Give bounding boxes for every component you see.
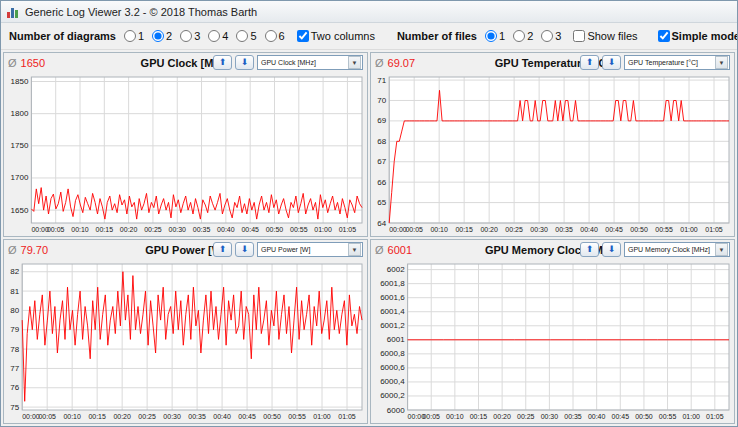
svg-text:00:20: 00:20 bbox=[120, 226, 138, 233]
average-number: 69.07 bbox=[388, 57, 416, 69]
svg-text:00:35: 00:35 bbox=[564, 413, 582, 420]
chart-plot: 757677787980818200:0000:0500:1000:1500:2… bbox=[6, 259, 369, 423]
chart-plot-area: 646566676869707100:0000:0500:1000:1500:2… bbox=[371, 72, 734, 236]
svg-text:00:55: 00:55 bbox=[288, 413, 306, 420]
average-number: 1650 bbox=[21, 57, 45, 69]
average-number: 79.70 bbox=[21, 244, 49, 256]
svg-text:01:05: 01:05 bbox=[338, 413, 356, 420]
channel-dropdown[interactable]: GPU Memory Clock [MHz]▼ bbox=[624, 242, 730, 257]
svg-text:6000: 6000 bbox=[387, 406, 405, 415]
svg-text:00:05: 00:05 bbox=[47, 226, 65, 233]
window-title: Generic Log Viewer 3.2 - © 2018 Thomas B… bbox=[25, 6, 257, 18]
svg-text:65: 65 bbox=[377, 198, 386, 207]
down-arrow-icon: ⬇ bbox=[241, 245, 249, 254]
channel-dropdown[interactable]: GPU Power [W]▼ bbox=[257, 242, 363, 257]
svg-text:75: 75 bbox=[10, 403, 19, 412]
show-files-checkbox-input[interactable] bbox=[573, 30, 585, 42]
average-value: Ø1650 bbox=[8, 57, 45, 69]
average-value: Ø6001 bbox=[375, 244, 412, 256]
header-controls: ⬆ ⬇ GPU Memory Clock [MHz]▼ bbox=[580, 242, 730, 257]
svg-text:00:15: 00:15 bbox=[470, 413, 488, 420]
move-down-button[interactable]: ⬇ bbox=[235, 242, 254, 257]
files-radio-1[interactable]: 1 bbox=[481, 30, 505, 42]
average-number: 6001 bbox=[388, 244, 412, 256]
svg-text:01:05: 01:05 bbox=[705, 226, 723, 233]
svg-text:00:10: 00:10 bbox=[63, 413, 81, 420]
svg-text:00:20: 00:20 bbox=[113, 413, 131, 420]
move-down-button[interactable]: ⬇ bbox=[235, 55, 254, 70]
chart-plot-area: 60006000,26000,46000,66000,860016001,260… bbox=[371, 259, 734, 423]
diagrams-radio-input-6[interactable] bbox=[265, 30, 277, 42]
down-arrow-icon: ⬇ bbox=[241, 58, 249, 67]
diagrams-radio-6[interactable]: 6 bbox=[261, 30, 285, 42]
show-files-checkbox[interactable]: Show files bbox=[569, 30, 637, 42]
svg-text:6000,4: 6000,4 bbox=[380, 377, 405, 386]
move-up-button[interactable]: ⬆ bbox=[580, 55, 599, 70]
svg-text:00:05: 00:05 bbox=[38, 413, 56, 420]
channel-dropdown[interactable]: GPU Clock [MHz]▼ bbox=[257, 55, 363, 70]
svg-text:76: 76 bbox=[10, 383, 19, 392]
files-radio-input-1[interactable] bbox=[485, 30, 497, 42]
svg-text:00:45: 00:45 bbox=[238, 413, 256, 420]
header-controls: ⬆ ⬇ GPU Clock [MHz]▼ bbox=[213, 55, 363, 70]
diagrams-radio-1[interactable]: 1 bbox=[120, 30, 144, 42]
channel-dropdown-value: GPU Memory Clock [MHz] bbox=[628, 246, 710, 253]
chart-plot: 1650170017501800185000:0000:0500:1000:15… bbox=[6, 72, 369, 236]
svg-text:68: 68 bbox=[377, 137, 386, 146]
diagrams-radio-4[interactable]: 4 bbox=[204, 30, 228, 42]
chart-plot-area: 1650170017501800185000:0000:0500:1000:15… bbox=[4, 72, 367, 236]
svg-text:00:15: 00:15 bbox=[88, 413, 106, 420]
channel-dropdown[interactable]: GPU Temperature [°C]▼ bbox=[624, 55, 730, 70]
move-up-button[interactable]: ⬆ bbox=[213, 242, 232, 257]
files-radio-3[interactable]: 3 bbox=[537, 30, 561, 42]
svg-text:00:10: 00:10 bbox=[446, 413, 464, 420]
svg-text:1650: 1650 bbox=[11, 206, 29, 215]
two-columns-checkbox[interactable]: Two columns bbox=[293, 30, 375, 42]
diagrams-radio-input-5[interactable] bbox=[236, 30, 248, 42]
toolbar: Number of diagrams 1 2 3 4 5 6 Two colum… bbox=[1, 23, 737, 50]
simple-mode-checkbox-input[interactable] bbox=[658, 30, 670, 42]
diagrams-radio-input-2[interactable] bbox=[152, 30, 164, 42]
svg-text:1700: 1700 bbox=[11, 173, 29, 182]
svg-text:00:35: 00:35 bbox=[193, 226, 211, 233]
chart-panel-header: Ø79.70 GPU Power [W] ⬆ ⬇ GPU Power [W]▼ bbox=[4, 240, 367, 259]
header-controls: ⬆ ⬇ GPU Temperature [°C]▼ bbox=[580, 55, 730, 70]
svg-text:00:40: 00:40 bbox=[213, 413, 231, 420]
svg-text:00:55: 00:55 bbox=[290, 226, 308, 233]
move-up-button[interactable]: ⬆ bbox=[213, 55, 232, 70]
simple-mode-checkbox[interactable]: Simple mode bbox=[654, 30, 738, 42]
svg-text:00:30: 00:30 bbox=[530, 226, 548, 233]
diagrams-radio-3[interactable]: 3 bbox=[176, 30, 200, 42]
files-radio-2[interactable]: 2 bbox=[509, 30, 533, 42]
svg-text:6000,8: 6000,8 bbox=[380, 349, 405, 358]
diagrams-radio-input-1[interactable] bbox=[124, 30, 136, 42]
files-radio-input-2[interactable] bbox=[513, 30, 525, 42]
channel-dropdown-value: GPU Power [W] bbox=[261, 246, 310, 253]
header-controls: ⬆ ⬇ GPU Power [W]▼ bbox=[213, 242, 363, 257]
svg-text:82: 82 bbox=[10, 267, 19, 276]
diagrams-radio-5[interactable]: 5 bbox=[232, 30, 256, 42]
svg-text:00:50: 00:50 bbox=[635, 413, 653, 420]
files-radio-input-3[interactable] bbox=[541, 30, 553, 42]
diagrams-radio-input-4[interactable] bbox=[208, 30, 220, 42]
up-arrow-icon: ⬆ bbox=[586, 245, 594, 254]
svg-text:6001,8: 6001,8 bbox=[380, 279, 405, 288]
move-up-button[interactable]: ⬆ bbox=[580, 242, 599, 257]
svg-text:1800: 1800 bbox=[11, 109, 29, 118]
svg-text:00:55: 00:55 bbox=[655, 226, 673, 233]
svg-text:6002: 6002 bbox=[387, 265, 405, 274]
chevron-down-icon: ▼ bbox=[715, 243, 728, 256]
chevron-down-icon: ▼ bbox=[348, 56, 361, 69]
svg-text:00:30: 00:30 bbox=[541, 413, 559, 420]
diagrams-radio-2[interactable]: 2 bbox=[148, 30, 172, 42]
svg-text:00:55: 00:55 bbox=[659, 413, 677, 420]
two-columns-checkbox-input[interactable] bbox=[297, 30, 309, 42]
svg-text:00:15: 00:15 bbox=[96, 226, 114, 233]
down-arrow-icon: ⬇ bbox=[608, 245, 616, 254]
average-symbol: Ø bbox=[375, 244, 384, 256]
move-down-button[interactable]: ⬇ bbox=[602, 242, 621, 257]
diagrams-radio-input-3[interactable] bbox=[180, 30, 192, 42]
move-down-button[interactable]: ⬇ bbox=[602, 55, 621, 70]
svg-text:00:50: 00:50 bbox=[266, 226, 284, 233]
svg-text:00:10: 00:10 bbox=[71, 226, 89, 233]
